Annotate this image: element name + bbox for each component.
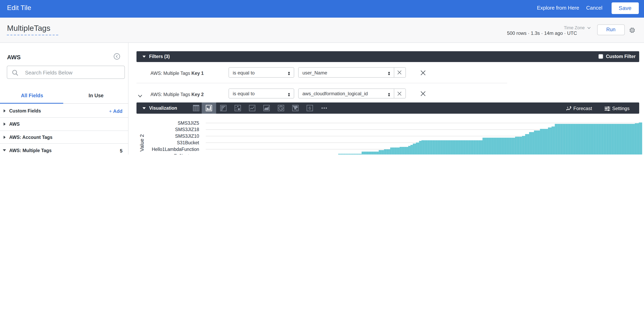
svg-text:Ec2Instance: Ec2Instance	[174, 153, 199, 155]
svg-text:SMS3JIZ5: SMS3JIZ5	[178, 120, 199, 126]
svg-text:Value 2: Value 2	[139, 134, 145, 152]
svg-text:SMS3JIZ18: SMS3JIZ18	[175, 127, 199, 132]
svg-text:6: 6	[308, 106, 311, 111]
svg-text:S31Bucket: S31Bucket	[177, 140, 199, 145]
svg-text:Hello1LambdaFunction: Hello1LambdaFunction	[152, 147, 199, 152]
svg-text:SMS3JIZ10: SMS3JIZ10	[175, 134, 199, 139]
